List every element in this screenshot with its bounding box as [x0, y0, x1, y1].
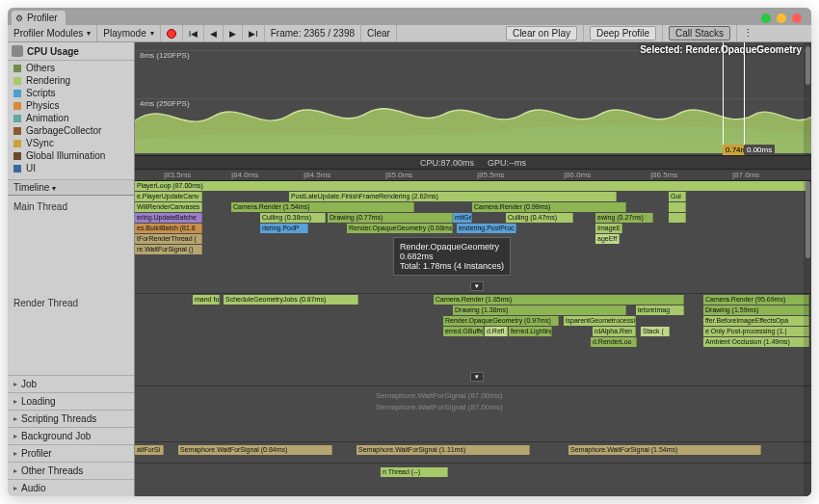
profiler-bar[interactable] [669, 213, 686, 223]
profiler-bar[interactable]: Drawing (1.38ms) [453, 305, 626, 315]
profiler-bar[interactable]: endering.PostProc [457, 224, 516, 233]
category-label: Animation [26, 113, 68, 123]
profiler-bar[interactable]: mand fo [193, 295, 220, 305]
profiler-bar[interactable]: ageEff [595, 234, 620, 244]
profiler-bar[interactable]: e.PlayerUpdateCanv [135, 192, 202, 201]
profiler-bar[interactable]: tForRenderThread ( [135, 234, 202, 244]
close-dot[interactable] [792, 13, 802, 23]
thread-group-loading[interactable]: Loading [8, 392, 134, 410]
profiler-bar[interactable]: Camera.Render (1.54ms) [231, 202, 414, 212]
category-label: VSync [26, 138, 54, 148]
profiler-bar[interactable]: Gui [669, 192, 686, 201]
profiler-bar[interactable] [669, 202, 686, 212]
thread-group-background-job[interactable]: Background Job [8, 427, 134, 444]
profiler-bar[interactable]: PostLateUpdate.FinishFrameRendering (2.6… [289, 192, 617, 201]
profiler-bar[interactable]: mitGe [453, 213, 472, 223]
profiler-bar[interactable]: leforeImag [636, 305, 684, 315]
thread-group-audio[interactable]: Audio [8, 479, 134, 496]
profiler-bar[interactable]: ImageE [595, 224, 622, 233]
profiler-bar[interactable]: Semaphore.WaitForSignal (1.11ms) [357, 445, 530, 455]
thread-group-scripting-threads[interactable]: Scripting Threads [8, 410, 134, 427]
prev-frame-start-button[interactable]: I◀ [189, 29, 198, 39]
profiler-bar[interactable]: ering.UpdateBatche [135, 213, 202, 223]
expand-down-icon[interactable]: ▾ [470, 281, 484, 291]
chart-scrollbar[interactable] [804, 42, 811, 155]
profiler-bar[interactable]: ferred.Lighting [509, 327, 552, 336]
next-frame-end-button[interactable]: ▶I [249, 29, 258, 39]
category-item[interactable]: GarbageCollector [13, 125, 134, 136]
profiler-bar[interactable]: Drawing (0.77ms) [328, 213, 453, 223]
profiler-bar[interactable]: Render.OpaqueGeometry (0.97ms) [443, 316, 559, 326]
category-item[interactable]: Global Illumination [13, 150, 134, 161]
cpu-usage-header[interactable]: CPU Usage [8, 42, 134, 61]
frame-marker[interactable]: 0.74ms [723, 42, 724, 155]
category-label: Others [26, 63, 55, 73]
profiler-bar[interactable]: Camera.Render (0.99ms) [472, 202, 626, 212]
usage-chart[interactable]: 8ms (120FPS)4ms (250FPS)1ms (1000FPS) Se… [135, 42, 811, 156]
clear-button[interactable]: Clear [361, 25, 397, 41]
minimize-dot[interactable] [777, 13, 786, 23]
category-item[interactable]: VSync [13, 138, 134, 148]
ruler-tick: |85.0ms [385, 171, 412, 179]
profiler-bar[interactable]: Semaphore.WaitForSignal (1.54ms) [568, 445, 761, 455]
profiler-bar[interactable]: Render.OpaqueGeometry (0.68ms) [347, 224, 453, 233]
frame-marker[interactable]: 0.00ms [744, 42, 745, 155]
profiler-bar[interactable]: re.WaitForSignal () [135, 245, 202, 254]
profiler-bar[interactable]: Drawing (1.59ms) [703, 305, 809, 315]
ruler-tick: |85.5ms [477, 171, 504, 179]
prev-frame-button[interactable]: ◀ [210, 29, 217, 39]
category-item[interactable]: UI [13, 163, 134, 173]
profiler-bar[interactable]: ffer.BeforeImageEffectsOpa [703, 316, 809, 326]
profiler-bar[interactable]: es.BuildBatch (81.8 [135, 224, 202, 233]
tracks-scrollbar[interactable] [804, 181, 811, 496]
profiler-bar[interactable]: isparentGeometrocessing (| [564, 316, 636, 326]
category-item[interactable]: Scripts [13, 88, 134, 98]
playmode-dropdown[interactable]: Playmode [97, 25, 160, 41]
cpu-usage-icon [12, 45, 23, 57]
record-button[interactable] [161, 25, 183, 41]
tracks-area[interactable]: PlayerLoop (87.00ms)e.PlayerUpdateCanvPo… [135, 181, 811, 496]
timeline-dropdown[interactable]: Timeline [8, 179, 134, 196]
category-label: GarbageCollector [26, 125, 101, 136]
category-swatch [13, 102, 21, 110]
expand-down-icon-2[interactable]: ▾ [470, 372, 484, 382]
context-menu-icon[interactable]: ⋮ [737, 27, 811, 40]
profiler-bar[interactable]: Culling (0.47ms) [506, 213, 573, 223]
maximize-dot[interactable] [761, 13, 771, 23]
profiler-bar[interactable]: Stack ( [641, 327, 670, 336]
time-ruler[interactable]: |83.5ms|84.0ms|84.5ms|85.0ms|85.5ms|86.0… [135, 170, 811, 181]
thread-group-profiler[interactable]: Profiler [8, 444, 134, 462]
window-controls[interactable] [761, 13, 802, 23]
category-item[interactable]: Rendering [13, 75, 134, 86]
profiler-bar[interactable]: Camera.Render (95.69ms) [703, 295, 809, 305]
profiler-bar[interactable]: WillRenderCanvases [135, 202, 202, 212]
profiler-bar[interactable]: Camera.Render (1.85ms) [434, 295, 684, 305]
profiler-bar[interactable]: rdAlpha.Ren [593, 327, 636, 336]
profiler-bar[interactable]: aitForSi [135, 445, 164, 455]
next-frame-button[interactable]: ▶ [229, 29, 236, 39]
profiler-modules-dropdown[interactable]: Profiler Modules [8, 25, 97, 41]
call-stacks-button[interactable]: Call Stacks [669, 26, 730, 40]
profiler-bar[interactable]: ScheduleGeometryJobs (0.87ms) [224, 295, 358, 305]
category-item[interactable]: Animation [13, 113, 134, 123]
category-item[interactable]: Others [13, 63, 134, 73]
selected-label: Selected: Render.OpaqueGeometry [640, 44, 802, 55]
thread-group-other-threads[interactable]: Other Threads [8, 462, 134, 479]
profiler-bar[interactable]: e Only Post-processing (1.| [703, 327, 809, 336]
clear-on-play-button[interactable]: Clear on Play [506, 26, 577, 40]
profiler-bar[interactable]: Ambient Occlusion (1.49ms) [703, 337, 809, 347]
profiler-bar[interactable]: d.RenderLoo [591, 337, 637, 347]
thread-group-job[interactable]: Job [8, 375, 134, 392]
category-swatch [13, 90, 21, 97]
category-item[interactable]: Physics [13, 100, 134, 111]
profiler-bar[interactable]: dering.PodP [260, 224, 308, 233]
tab-profiler[interactable]: ⚙ Profiler [12, 11, 66, 25]
profiler-bar[interactable]: erred.GBuffe [443, 327, 484, 336]
profiler-bar[interactable]: Semaphore.WaitForSignal (0.84ms) [178, 445, 332, 455]
profiler-bar[interactable]: ewing (0.27ms) [595, 213, 653, 223]
profiler-bar[interactable]: d.Refl [485, 327, 508, 336]
profiler-bar[interactable]: Culling (0.38ms) [260, 213, 326, 223]
chart-svg [135, 42, 811, 155]
deep-profile-button[interactable]: Deep Profile [590, 26, 656, 40]
profiler-bar[interactable]: PlayerLoop (87.00ms) [135, 181, 809, 191]
